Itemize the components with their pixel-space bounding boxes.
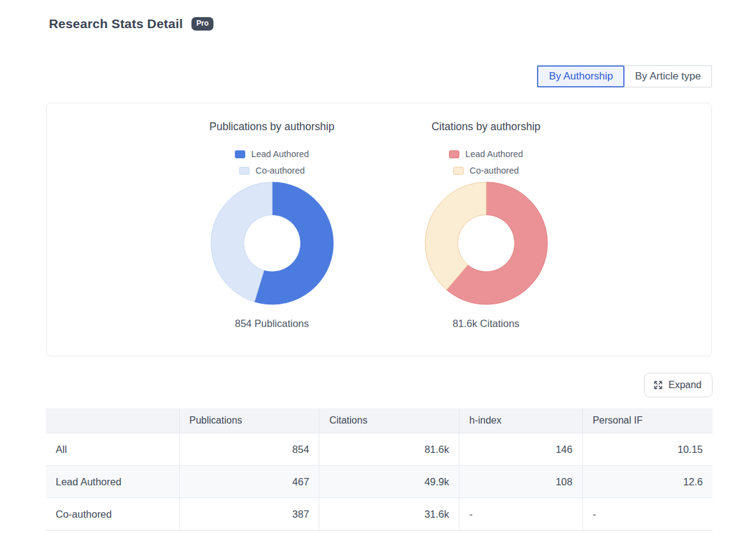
view-toggle-group: By Authorship By Article type xyxy=(537,65,712,87)
table-row-lead-authored: Lead Authored 467 49.9k 108 12.6 xyxy=(46,466,713,498)
cell-personal-if: 10.15 xyxy=(582,433,713,466)
cell-publications: 854 xyxy=(179,433,319,466)
header-empty xyxy=(46,408,179,433)
row-label: All xyxy=(46,433,179,466)
publications-chart: Publications by authorship Lead Authored… xyxy=(168,120,376,329)
charts-card: Publications by authorship Lead Authored… xyxy=(46,103,712,356)
legend-label: Co-authored xyxy=(470,166,519,175)
cell-personal-if: - xyxy=(582,498,713,531)
chart-legend: Lead Authored Co-authored xyxy=(449,149,523,175)
cell-publications: 387 xyxy=(179,498,319,531)
legend-label: Co-authored xyxy=(256,166,305,175)
pro-badge: Pro xyxy=(191,17,213,30)
page-header: Research Stats Detail Pro xyxy=(49,17,213,31)
legend-swatch xyxy=(449,150,459,158)
chart-legend: Lead Authored Co-authored xyxy=(235,149,309,175)
legend-label: Lead Authored xyxy=(251,149,309,159)
page-title: Research Stats Detail xyxy=(49,17,183,31)
expand-icon xyxy=(653,380,663,390)
header-personal-if: Personal IF xyxy=(582,408,713,433)
table-row-co-authored: Co-authored 387 31.6k - - xyxy=(46,498,713,531)
tab-by-article-type[interactable]: By Article type xyxy=(624,65,712,87)
legend-item-lead-authored[interactable]: Lead Authored xyxy=(449,149,523,159)
legend-swatch xyxy=(239,167,250,175)
expand-button-label: Expand xyxy=(669,380,702,391)
expand-button[interactable]: Expand xyxy=(644,373,713,397)
header-publications: Publications xyxy=(179,408,319,433)
citations-chart: Citations by authorship Lead Authored Co… xyxy=(382,120,590,329)
legend-item-lead-authored[interactable]: Lead Authored xyxy=(235,149,309,159)
tab-by-authorship[interactable]: By Authorship xyxy=(537,65,624,87)
table-header-row: Publications Citations h-index Personal … xyxy=(46,408,713,433)
chart-title: Publications by authorship xyxy=(209,120,334,133)
cell-publications: 467 xyxy=(179,466,319,498)
cell-h-index: 146 xyxy=(459,433,583,466)
stats-table-container: Publications Citations h-index Personal … xyxy=(46,408,713,531)
legend-item-co-authored[interactable]: Co-authored xyxy=(453,166,519,175)
cell-h-index: - xyxy=(459,498,583,531)
stats-table: Publications Citations h-index Personal … xyxy=(46,408,713,531)
row-label: Co-authored xyxy=(46,498,179,531)
legend-item-co-authored[interactable]: Co-authored xyxy=(239,166,305,175)
cell-citations: 49.9k xyxy=(319,466,459,498)
legend-swatch xyxy=(235,150,245,158)
legend-swatch xyxy=(453,167,464,175)
table-row-all: All 854 81.6k 146 10.15 xyxy=(46,433,713,466)
citations-donut-chart[interactable] xyxy=(424,181,549,306)
cell-citations: 81.6k xyxy=(319,433,459,466)
row-label: Lead Authored xyxy=(46,466,179,498)
chart-total-label: 854 Publications xyxy=(235,318,309,329)
charts-row: Publications by authorship Lead Authored… xyxy=(46,103,711,329)
header-citations: Citations xyxy=(319,408,459,433)
cell-personal-if: 12.6 xyxy=(582,466,713,498)
chart-title: Citations by authorship xyxy=(431,120,540,133)
chart-total-label: 81.6k Citations xyxy=(453,318,519,329)
publications-donut-chart[interactable] xyxy=(210,181,335,306)
cell-h-index: 108 xyxy=(459,466,583,498)
cell-citations: 31.6k xyxy=(319,498,459,531)
legend-label: Lead Authored xyxy=(465,149,523,159)
header-h-index: h-index xyxy=(459,408,583,433)
